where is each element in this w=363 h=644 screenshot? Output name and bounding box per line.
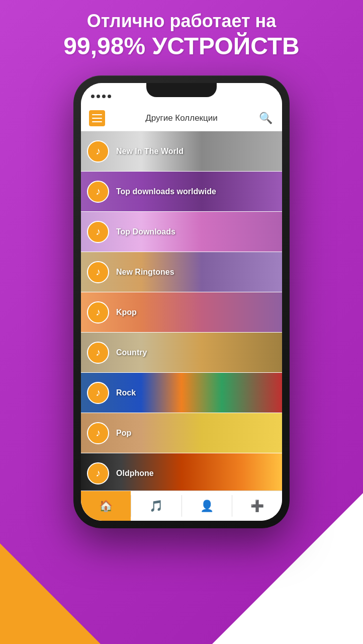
list-item-7[interactable]: ♪Rock — [81, 373, 282, 413]
hamburger-line-3 — [92, 121, 102, 122]
music-note-icon-9: ♪ — [96, 467, 101, 479]
list-item-4[interactable]: ♪New Ringtones — [81, 252, 282, 292]
list-item-5[interactable]: ♪Kpop — [81, 292, 282, 333]
item-label-3: Top Downloads — [116, 227, 175, 236]
item-label-4: New Ringtones — [116, 268, 174, 277]
phone-notch — [146, 83, 217, 97]
bottom-navigation: 🏠 🎵 👤 ➕ — [81, 491, 282, 521]
profile-icon: 👤 — [200, 500, 214, 513]
signal-dot-1 — [91, 95, 95, 98]
nav-profile[interactable]: 👤 — [182, 491, 232, 521]
promo-line1: Отлично работает на — [0, 10, 363, 32]
menu-button[interactable] — [89, 110, 105, 126]
list-item-9[interactable]: ♪Oldphone — [81, 453, 282, 491]
app-header: Другие Коллекции 🔍 — [81, 105, 282, 131]
promo-header: Отлично работает на 99,98% УСТРОЙСТВ — [0, 10, 363, 61]
phone-body: Другие Коллекции 🔍 ♪New In The World♪Top… — [73, 75, 290, 528]
list-item-1[interactable]: ♪New In The World — [81, 131, 282, 172]
signal-dots — [91, 95, 111, 98]
item-label-1: New In The World — [116, 147, 184, 156]
music-icon-circle-2: ♪ — [87, 181, 109, 203]
search-button[interactable]: 🔍 — [258, 110, 274, 126]
music-note-icon-2: ♪ — [96, 186, 101, 197]
signal-dot-4 — [108, 95, 111, 98]
music-icon-circle-7: ♪ — [87, 382, 109, 404]
list-item-8[interactable]: ♪Pop — [81, 413, 282, 453]
music-note-icon-5: ♪ — [96, 306, 101, 318]
item-bg-4 — [81, 252, 282, 292]
item-label-5: Kpop — [116, 308, 137, 317]
search-icon: 🔍 — [259, 112, 273, 125]
item-bg-7 — [81, 373, 282, 413]
music-note-icon-1: ♪ — [96, 145, 101, 157]
music-icon-circle-6: ♪ — [87, 342, 109, 364]
music-note-icon-7: ♪ — [96, 387, 101, 398]
phone-screen: Другие Коллекции 🔍 ♪New In The World♪Top… — [81, 83, 282, 521]
app-content: Другие Коллекции 🔍 ♪New In The World♪Top… — [81, 105, 282, 521]
music-icon-circle-8: ♪ — [87, 422, 109, 444]
music-note-icon-4: ♪ — [96, 266, 101, 278]
nav-music[interactable]: 🎵 — [131, 491, 181, 521]
item-bg-3 — [81, 212, 282, 252]
hamburger-line-1 — [92, 114, 102, 115]
music-note-icon-8: ♪ — [96, 427, 101, 439]
list-item-3[interactable]: ♪Top Downloads — [81, 212, 282, 252]
app-title: Другие Коллекции — [145, 113, 218, 123]
music-icon: 🎵 — [149, 500, 163, 513]
item-label-2: Top downloads worldwide — [116, 187, 216, 196]
home-icon: 🏠 — [99, 500, 113, 513]
item-label-6: Country — [116, 348, 147, 357]
orange-triangle-deco — [0, 543, 101, 644]
music-icon-circle-3: ♪ — [87, 221, 109, 243]
phone-mockup: Другие Коллекции 🔍 ♪New In The World♪Top… — [73, 75, 290, 528]
signal-dot-3 — [102, 95, 106, 98]
music-note-icon-3: ♪ — [96, 226, 101, 237]
music-icon-circle-5: ♪ — [87, 301, 109, 324]
item-label-9: Oldphone — [116, 469, 154, 478]
list-item-2[interactable]: ♪Top downloads worldwide — [81, 172, 282, 212]
add-icon: ➕ — [250, 500, 264, 513]
nav-add[interactable]: ➕ — [232, 491, 282, 521]
nav-home[interactable]: 🏠 — [81, 491, 131, 521]
music-icon-circle-1: ♪ — [87, 140, 109, 163]
category-list: ♪New In The World♪Top downloads worldwid… — [81, 131, 282, 491]
music-icon-circle-4: ♪ — [87, 261, 109, 283]
promo-line2: 99,98% УСТРОЙСТВ — [0, 32, 363, 61]
item-label-7: Rock — [116, 388, 136, 397]
item-bg-6 — [81, 333, 282, 372]
hamburger-line-2 — [92, 118, 102, 119]
signal-dot-2 — [97, 95, 100, 98]
item-bg-5 — [81, 292, 282, 332]
music-note-icon-6: ♪ — [96, 347, 101, 358]
item-bg-9 — [81, 453, 282, 491]
item-bg-8 — [81, 413, 282, 453]
list-item-6[interactable]: ♪Country — [81, 333, 282, 373]
item-label-8: Pop — [116, 429, 131, 438]
music-icon-circle-9: ♪ — [87, 462, 109, 485]
